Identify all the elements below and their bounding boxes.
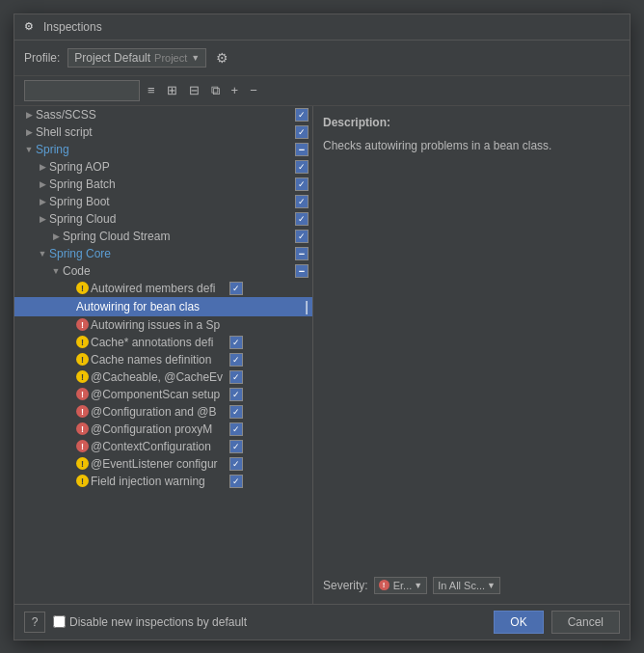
item-checkbox[interactable]: ✓ [229, 282, 243, 295]
item-checkbox[interactable]: ✓ [295, 230, 309, 243]
help-button[interactable]: ? [24, 612, 45, 633]
arrow-spacer [63, 318, 76, 332]
item-checkbox[interactable]: ✓ [229, 422, 243, 436]
tree-panel: ▶ Sass/SCSS ✓ ▶ Shell script ✓ ▼ Spring … [14, 106, 313, 604]
remove-button[interactable]: − [246, 81, 261, 99]
item-checkbox[interactable]: ✓ [229, 440, 243, 453]
error-icon: ! [76, 422, 89, 435]
item-label: Spring Batch [49, 177, 291, 191]
item-checkbox[interactable]: − [295, 264, 309, 278]
search-input[interactable] [24, 80, 140, 101]
tree-item-spring-aop[interactable]: ▶ Spring AOP ✓ [14, 158, 312, 176]
arrow-icon: ▶ [22, 108, 36, 122]
arrow-icon: ▼ [36, 247, 49, 260]
tree-item-field-injection[interactable]: ! Field injection warning ✓ [14, 473, 312, 490]
description-text: Checks autowiring problems in a bean cla… [323, 137, 620, 154]
arrow-icon: ▶ [49, 230, 63, 243]
item-checkbox[interactable]: ✓ [229, 388, 243, 401]
tree-item-sass[interactable]: ▶ Sass/SCSS ✓ [14, 106, 312, 123]
item-label: @ContextConfiguration [91, 440, 226, 453]
tree-item-component-scan[interactable]: ! @ComponentScan setup ✓ [14, 386, 312, 403]
warning-icon: ! [76, 475, 89, 487]
arrow-spacer [63, 457, 76, 471]
tree-item-code[interactable]: ▼ Code − [14, 262, 312, 280]
item-label: @Cacheable, @CacheEv [91, 370, 226, 384]
item-checkbox[interactable]: ✓ [229, 370, 243, 384]
item-checkbox[interactable]: − [295, 143, 309, 156]
toolbar: ≡ ⊞ ⊟ ⧉ + − [14, 76, 630, 106]
tree-item-spring-cloud-stream[interactable]: ▶ Spring Cloud Stream ✓ [14, 228, 312, 245]
tree-item-configuration-and[interactable]: ! @Configuration and @B ✓ [14, 403, 312, 421]
item-checkbox[interactable]: ✓ [295, 108, 309, 122]
arrow-spacer [63, 353, 76, 367]
tree-item-spring[interactable]: ▼ Spring − [14, 141, 312, 158]
item-checkbox[interactable]: ✓ [295, 177, 309, 191]
profile-gear-button[interactable]: ⚙ [214, 48, 230, 68]
tree-item-configuration-proxy[interactable]: ! @Configuration proxyM ✓ [14, 421, 312, 438]
warning-icon: ! [76, 457, 89, 470]
tree-item-autowiring-issues[interactable]: ! Autowiring issues in a Sp [14, 316, 312, 334]
severity-scope-select[interactable]: In All Sc... ▼ [433, 577, 500, 594]
item-label: @Configuration and @B [91, 405, 226, 419]
tree-item-cache-annotations[interactable]: ! Cache* annotations defi ✓ [14, 334, 312, 351]
tree-item-cacheable[interactable]: ! @Cacheable, @CacheEv ✓ [14, 368, 312, 386]
item-label: Spring Cloud [49, 212, 291, 226]
filter-button[interactable]: ≡ [144, 81, 159, 99]
severity-error-select[interactable]: ! Er... ▼ [374, 577, 427, 594]
ok-button[interactable]: OK [494, 611, 543, 634]
tree-item-spring-batch[interactable]: ▶ Spring Batch ✓ [14, 176, 312, 193]
severity-scope-value: In All Sc... [438, 580, 485, 591]
severity-error-arrow: ▼ [414, 581, 422, 590]
tree-item-shell[interactable]: ▶ Shell script ✓ [14, 123, 312, 141]
item-label: Autowiring issues in a Sp [91, 318, 226, 332]
disable-checkbox[interactable] [53, 615, 66, 628]
severity-scope-arrow: ▼ [487, 581, 496, 590]
bottom-bar: ? Disable new inspections by default OK … [14, 604, 630, 639]
profile-arrow-icon: ▼ [191, 53, 200, 63]
error-icon: ! [76, 405, 89, 418]
item-checkbox[interactable]: ✓ [229, 405, 243, 419]
arrow-spacer [63, 370, 76, 384]
warning-icon: ! [76, 353, 89, 366]
arrow-icon: ▶ [36, 195, 49, 208]
tree-item-autowiring-bean[interactable]: Autowiring for bean clas | [14, 297, 312, 316]
profile-selector[interactable]: Project Default Project ▼ [67, 48, 206, 68]
item-checkbox[interactable]: ✓ [295, 195, 309, 208]
add-button[interactable]: + [228, 81, 243, 99]
cancel-button[interactable]: Cancel [551, 611, 620, 634]
item-checkbox[interactable]: ✓ [229, 457, 243, 471]
item-checkbox[interactable]: ✓ [295, 160, 309, 174]
cursor-icon: | [305, 299, 309, 314]
item-label: Spring [36, 143, 291, 156]
item-checkbox[interactable]: ✓ [229, 336, 243, 349]
item-label: Code [63, 264, 291, 278]
arrow-spacer [63, 282, 76, 295]
tree-item-context-configuration[interactable]: ! @ContextConfiguration ✓ [14, 438, 312, 455]
tree-item-spring-cloud[interactable]: ▶ Spring Cloud ✓ [14, 210, 312, 228]
item-checkbox[interactable]: ✓ [295, 212, 309, 226]
tree-item-event-listener[interactable]: ! @EventListener configur ✓ [14, 455, 312, 473]
item-checkbox[interactable]: − [295, 247, 309, 260]
description-panel: Description: Checks autowiring problems … [313, 106, 630, 604]
warning-icon: ! [76, 336, 89, 348]
error-badge-icon: ! [379, 580, 389, 590]
tree-item-autowired-members[interactable]: ! Autowired members defi ✓ [14, 280, 312, 297]
tree-item-spring-boot[interactable]: ▶ Spring Boot ✓ [14, 193, 312, 210]
expand-all-button[interactable]: ⊞ [163, 81, 181, 99]
item-label: Sass/SCSS [36, 108, 291, 122]
copy-button[interactable]: ⧉ [207, 81, 224, 100]
inspections-icon: ⚙ [24, 20, 38, 34]
item-checkbox[interactable]: ✓ [295, 125, 309, 139]
item-label: Shell script [36, 125, 291, 139]
arrow-spacer [63, 405, 76, 419]
collapse-all-button[interactable]: ⊟ [185, 81, 203, 99]
item-checkbox[interactable]: ✓ [229, 475, 243, 488]
tree-item-cache-names[interactable]: ! Cache names definition ✓ [14, 351, 312, 368]
disable-checkbox-row: Disable new inspections by default [53, 615, 247, 629]
severity-error-value: Er... [393, 580, 413, 591]
item-checkbox[interactable]: ✓ [229, 353, 243, 367]
warning-icon: ! [76, 282, 89, 294]
tree-item-spring-core[interactable]: ▼ Spring Core − [14, 245, 312, 262]
severity-label: Severity: [323, 579, 368, 592]
item-label: Spring Boot [49, 195, 291, 208]
